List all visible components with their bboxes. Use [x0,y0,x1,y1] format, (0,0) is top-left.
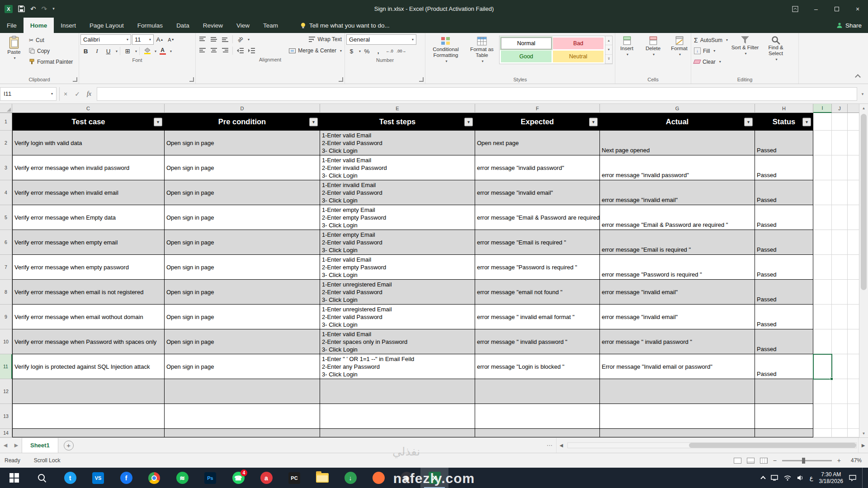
align-right-button[interactable] [220,46,230,56]
increase-decimal-button[interactable]: ←.0 [384,46,395,56]
column-header-E[interactable]: E [320,104,475,113]
cell-C7[interactable]: Verify error message when empty password [12,255,165,280]
cell-D2[interactable]: Open sign in page [165,131,320,155]
page-layout-view-button[interactable] [747,458,755,464]
cell-style-normal[interactable]: Normal [501,38,552,49]
cell-H11[interactable]: Passed [755,354,813,379]
insert-cells-button[interactable]: Insert▾ [614,34,640,57]
cell-D6[interactable]: Open sign in page [165,230,320,255]
copy-button[interactable]: Copy [28,46,74,56]
taskbar-clock[interactable]: 7:30 AM 3/18/2026 [819,471,843,485]
column-header-G[interactable]: G [600,104,755,113]
font-color-button[interactable]: A [157,46,168,56]
cell-I1[interactable] [813,113,832,131]
header-cell-G[interactable]: Actual▾ [600,113,755,131]
cell-C11[interactable]: Verify login is protected against SQL In… [12,354,165,379]
zoom-slider[interactable] [782,460,832,461]
tab-insert[interactable]: Insert [54,18,83,33]
cell-E6[interactable]: 1-Enter empty Email2-Enter valid Passwor… [320,230,475,255]
gallery-down-icon[interactable]: ▼ [605,45,612,54]
cell-I10[interactable] [813,329,832,354]
cell-J5[interactable] [832,205,848,230]
cell-H4[interactable]: Passed [755,180,813,205]
cell-E14[interactable] [320,429,475,437]
cell-J7[interactable] [832,255,848,280]
cell-G12[interactable] [600,379,755,404]
row-header-6[interactable]: 6 [0,230,12,255]
row-header-3[interactable]: 3 [0,155,12,180]
cell-F4[interactable]: error message "invalid email" [475,180,600,205]
chrome-icon[interactable] [140,468,168,488]
cell-G11[interactable]: Error message "Invalid email or password… [600,354,755,379]
decrease-indent-button[interactable] [235,46,245,56]
cell-E13[interactable] [320,404,475,429]
vertical-scrollbar[interactable]: ▲ ▼ [859,104,868,437]
zoom-out-button[interactable]: − [773,457,777,464]
percent-style-button[interactable]: % [362,46,372,56]
cell-H14[interactable] [755,429,813,437]
cell-H12[interactable] [755,379,813,404]
firefox-icon[interactable] [364,468,392,488]
cell-G8[interactable]: error message "invalid email" [600,280,755,305]
cell-F14[interactable] [475,429,600,437]
row-header-14[interactable]: 14 [0,429,12,437]
filter-button-G[interactable]: ▾ [744,117,753,126]
scroll-up-arrow[interactable]: ▲ [859,104,868,112]
row-header-5[interactable]: 5 [0,205,12,230]
header-cell-H[interactable]: Status▾ [755,113,813,131]
row-header-2[interactable]: 2 [0,131,12,155]
cell-D12[interactable] [165,379,320,404]
row-header-12[interactable]: 12 [0,379,12,404]
cell-H8[interactable]: Passed [755,280,813,305]
cell-F12[interactable] [475,379,600,404]
cell-G14[interactable] [600,429,755,437]
cell-E4[interactable]: 1-Enter invalid Email2-Enter valid Passw… [320,180,475,205]
bold-button[interactable]: B [80,46,91,56]
cell-G7[interactable]: error message "Password is required " [600,255,755,280]
fill-color-button[interactable] [142,46,152,56]
fill-button[interactable]: ↓Fill▾ [693,46,729,56]
sheet-nav-right-arrow[interactable]: ▶ [11,442,22,448]
cell-G3[interactable]: error message "invalid password" [600,155,755,180]
vertical-scroll-thumb[interactable] [861,114,867,290]
close-button[interactable]: × [847,0,868,18]
cell-C10[interactable]: Verify error message when Password with … [12,329,165,354]
cell-J4[interactable] [832,180,848,205]
qat-customize-button[interactable]: ▾ [52,7,55,11]
cell-I12[interactable] [813,379,832,404]
format-painter-button[interactable]: Format Painter [28,57,74,66]
volume-icon[interactable] [797,475,804,481]
column-header-J[interactable]: J [832,104,848,113]
cell-I8[interactable] [813,280,832,305]
tell-me-box[interactable]: Tell me what you want to do... [300,18,390,33]
app-icon-red[interactable]: a [252,468,280,488]
cell-C9[interactable]: Verify error message when email wothout … [12,305,165,329]
gallery-expand-icon[interactable]: ⊽ [605,55,612,64]
increase-indent-button[interactable] [246,46,257,56]
formula-bar-expand-button[interactable]: ▾ [857,92,868,96]
app-icon-green[interactable]: ↓ [336,468,364,488]
sort-filter-button[interactable]: Sort & Filter▾ [730,34,760,56]
zoom-slider-thumb[interactable] [802,458,805,464]
page-break-view-button[interactable] [760,458,768,464]
cell-style-good[interactable]: Good [501,51,552,62]
formula-input[interactable] [97,87,857,101]
cell-E12[interactable] [320,379,475,404]
font-name-select[interactable]: Calibri▾ [80,34,131,45]
row-header-13[interactable]: 13 [0,404,12,429]
accounting-format-button[interactable]: $ [346,46,357,56]
cell-E10[interactable]: 1-Enter valid Email2-Enter spaces only i… [320,329,475,354]
cell-F5[interactable]: error message "Email & Password are requ… [475,205,600,230]
comma-style-button[interactable]: , [373,46,383,56]
redo-button[interactable]: ↷ [42,5,47,12]
clear-button[interactable]: Clear▾ [693,57,729,66]
column-header-D[interactable]: D [165,104,320,113]
filter-button-C[interactable]: ▾ [154,117,162,126]
cell-J12[interactable] [832,379,848,404]
tab-file[interactable]: File [0,18,24,33]
cut-button[interactable]: ✂Cut [28,35,74,45]
cell-F13[interactable] [475,404,600,429]
align-top-button[interactable] [197,34,208,44]
action-center-icon[interactable] [849,475,856,481]
cell-I2[interactable] [813,131,832,155]
